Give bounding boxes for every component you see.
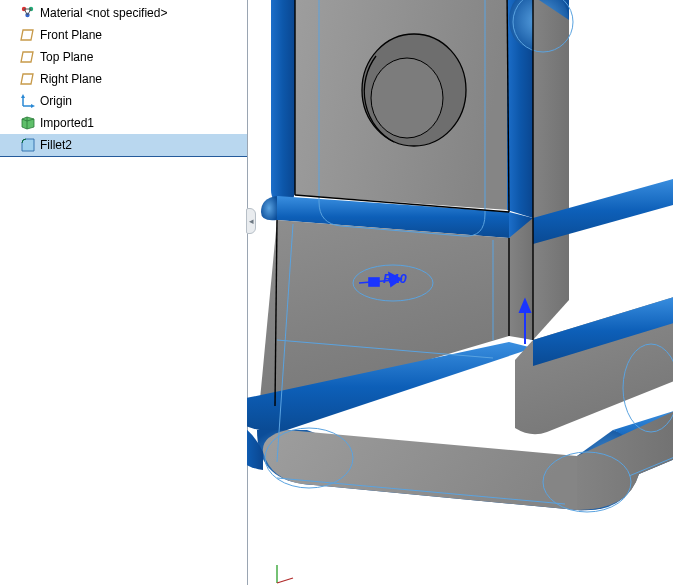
tree-item-label: Origin: [40, 94, 72, 108]
graphics-viewport[interactable]: ◂: [247, 0, 673, 585]
plane-icon: [20, 27, 36, 43]
svg-rect-35: [369, 278, 379, 286]
material-icon: [20, 5, 36, 21]
dimension-label: R10: [383, 271, 408, 286]
tree-item-top-plane[interactable]: Top Plane: [18, 46, 247, 68]
svg-point-14: [371, 58, 443, 138]
tree-item-label: Imported1: [40, 116, 94, 130]
plane-icon: [20, 49, 36, 65]
tree-item-right-plane[interactable]: Right Plane: [18, 68, 247, 90]
svg-line-37: [277, 578, 293, 583]
tree-item-front-plane[interactable]: Front Plane: [18, 24, 247, 46]
view-axis-icon: [277, 565, 293, 583]
tree-item-material[interactable]: Material <not specified>: [18, 2, 247, 24]
tree-item-label: Material <not specified>: [40, 6, 167, 20]
tree-item-label: Fillet2: [40, 138, 72, 152]
svg-marker-9: [31, 104, 35, 108]
imported-icon: [20, 115, 36, 131]
tree-collapse-handle[interactable]: ◂: [246, 208, 256, 234]
tree-bottom-divider: [0, 156, 247, 157]
tree-item-label: Top Plane: [40, 50, 93, 64]
feature-tree-panel: Material <not specified> Front Plane Top…: [0, 0, 247, 585]
tree-item-label: Front Plane: [40, 28, 102, 42]
tree-item-origin[interactable]: Origin: [18, 90, 247, 112]
tree-item-imported[interactable]: Imported1: [18, 112, 247, 134]
origin-icon: [20, 93, 36, 109]
tree-item-label: Right Plane: [40, 72, 102, 86]
svg-marker-8: [21, 94, 25, 98]
model-render: R10: [247, 0, 673, 585]
plane-icon: [20, 71, 36, 87]
tree-item-fillet[interactable]: Fillet2: [18, 134, 247, 156]
fillet-icon: [20, 137, 36, 153]
app-root: Material <not specified> Front Plane Top…: [0, 0, 673, 585]
